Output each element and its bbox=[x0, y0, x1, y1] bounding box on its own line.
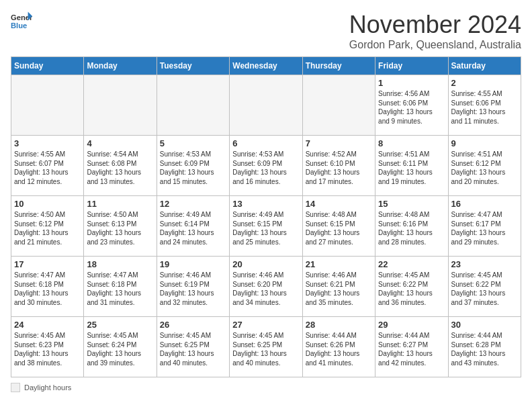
day-number: 10 bbox=[14, 199, 81, 209]
svg-text:Blue: Blue bbox=[11, 21, 27, 30]
month-title: November 2024 bbox=[349, 11, 521, 39]
day-info: Sunrise: 4:48 AM Sunset: 6:16 PM Dayligh… bbox=[378, 210, 445, 246]
day-number: 17 bbox=[14, 259, 81, 269]
day-info: Sunrise: 4:51 AM Sunset: 6:11 PM Dayligh… bbox=[378, 150, 445, 186]
calendar-cell: 21Sunrise: 4:46 AM Sunset: 6:21 PM Dayli… bbox=[302, 257, 375, 317]
day-number: 30 bbox=[451, 320, 518, 330]
calendar-body: 1Sunrise: 4:56 AM Sunset: 6:06 PM Daylig… bbox=[11, 75, 521, 377]
calendar-cell: 30Sunrise: 4:44 AM Sunset: 6:28 PM Dayli… bbox=[448, 317, 521, 377]
page-header: General Blue November 2024 Gordon Park, … bbox=[11, 11, 521, 51]
day-number: 22 bbox=[378, 259, 445, 269]
day-info: Sunrise: 4:55 AM Sunset: 6:06 PM Dayligh… bbox=[451, 89, 518, 126]
calendar-header-cell: Friday bbox=[375, 57, 448, 75]
day-info: Sunrise: 4:49 AM Sunset: 6:14 PM Dayligh… bbox=[160, 210, 226, 246]
calendar-cell: 22Sunrise: 4:45 AM Sunset: 6:22 PM Dayli… bbox=[375, 257, 448, 317]
day-number: 9 bbox=[451, 138, 518, 148]
calendar-cell: 29Sunrise: 4:44 AM Sunset: 6:27 PM Dayli… bbox=[375, 317, 448, 377]
calendar-cell bbox=[302, 75, 375, 136]
day-number: 16 bbox=[451, 199, 518, 209]
day-number: 25 bbox=[87, 320, 153, 330]
day-info: Sunrise: 4:45 AM Sunset: 6:23 PM Dayligh… bbox=[14, 331, 81, 367]
day-number: 7 bbox=[306, 138, 372, 148]
calendar-cell: 16Sunrise: 4:47 AM Sunset: 6:17 PM Dayli… bbox=[448, 196, 521, 257]
day-info: Sunrise: 4:45 AM Sunset: 6:22 PM Dayligh… bbox=[451, 271, 518, 307]
day-number: 5 bbox=[160, 138, 226, 148]
calendar-cell: 7Sunrise: 4:52 AM Sunset: 6:10 PM Daylig… bbox=[302, 136, 375, 196]
day-number: 13 bbox=[232, 199, 299, 209]
day-info: Sunrise: 4:52 AM Sunset: 6:10 PM Dayligh… bbox=[306, 150, 372, 186]
calendar-cell bbox=[230, 75, 302, 136]
day-number: 2 bbox=[451, 78, 518, 88]
calendar-cell: 18Sunrise: 4:47 AM Sunset: 6:18 PM Dayli… bbox=[84, 257, 157, 317]
calendar-cell: 13Sunrise: 4:49 AM Sunset: 6:15 PM Dayli… bbox=[230, 196, 302, 257]
calendar-header-cell: Monday bbox=[84, 57, 157, 75]
calendar-cell: 10Sunrise: 4:50 AM Sunset: 6:12 PM Dayli… bbox=[11, 196, 84, 257]
calendar-cell: 2Sunrise: 4:55 AM Sunset: 6:06 PM Daylig… bbox=[448, 75, 521, 136]
calendar-cell: 3Sunrise: 4:55 AM Sunset: 6:07 PM Daylig… bbox=[11, 136, 84, 196]
day-info: Sunrise: 4:53 AM Sunset: 6:09 PM Dayligh… bbox=[232, 150, 299, 186]
calendar-cell: 5Sunrise: 4:53 AM Sunset: 6:09 PM Daylig… bbox=[157, 136, 229, 196]
day-number: 19 bbox=[160, 259, 226, 269]
calendar-cell: 25Sunrise: 4:45 AM Sunset: 6:24 PM Dayli… bbox=[84, 317, 157, 377]
calendar-week-row: 17Sunrise: 4:47 AM Sunset: 6:18 PM Dayli… bbox=[11, 257, 521, 317]
day-info: Sunrise: 4:56 AM Sunset: 6:06 PM Dayligh… bbox=[378, 89, 445, 126]
day-info: Sunrise: 4:45 AM Sunset: 6:25 PM Dayligh… bbox=[232, 331, 299, 367]
calendar-header-cell: Tuesday bbox=[157, 57, 229, 75]
day-info: Sunrise: 4:44 AM Sunset: 6:27 PM Dayligh… bbox=[378, 331, 445, 367]
calendar-cell: 9Sunrise: 4:51 AM Sunset: 6:12 PM Daylig… bbox=[448, 136, 521, 196]
calendar-cell: 23Sunrise: 4:45 AM Sunset: 6:22 PM Dayli… bbox=[448, 257, 521, 317]
day-info: Sunrise: 4:46 AM Sunset: 6:19 PM Dayligh… bbox=[160, 271, 226, 307]
calendar-header-row: SundayMondayTuesdayWednesdayThursdayFrid… bbox=[11, 57, 521, 75]
day-number: 26 bbox=[160, 320, 226, 330]
calendar-cell: 4Sunrise: 4:54 AM Sunset: 6:08 PM Daylig… bbox=[84, 136, 157, 196]
title-area: November 2024 Gordon Park, Queensland, A… bbox=[349, 11, 521, 51]
day-number: 14 bbox=[306, 199, 372, 209]
day-info: Sunrise: 4:46 AM Sunset: 6:20 PM Dayligh… bbox=[232, 271, 299, 307]
day-number: 15 bbox=[378, 199, 445, 209]
calendar-cell: 19Sunrise: 4:46 AM Sunset: 6:19 PM Dayli… bbox=[157, 257, 229, 317]
day-number: 28 bbox=[306, 320, 372, 330]
calendar-cell: 8Sunrise: 4:51 AM Sunset: 6:11 PM Daylig… bbox=[375, 136, 448, 196]
day-number: 27 bbox=[232, 320, 299, 330]
legend-box bbox=[11, 383, 20, 392]
day-info: Sunrise: 4:44 AM Sunset: 6:26 PM Dayligh… bbox=[306, 331, 372, 367]
logo-icon: General Blue bbox=[11, 11, 32, 32]
calendar-week-row: 10Sunrise: 4:50 AM Sunset: 6:12 PM Dayli… bbox=[11, 196, 521, 257]
calendar-week-row: 24Sunrise: 4:45 AM Sunset: 6:23 PM Dayli… bbox=[11, 317, 521, 377]
day-info: Sunrise: 4:51 AM Sunset: 6:12 PM Dayligh… bbox=[451, 150, 518, 186]
day-number: 8 bbox=[378, 138, 445, 148]
day-info: Sunrise: 4:47 AM Sunset: 6:17 PM Dayligh… bbox=[451, 210, 518, 246]
day-info: Sunrise: 4:53 AM Sunset: 6:09 PM Dayligh… bbox=[160, 150, 226, 186]
calendar-cell bbox=[157, 75, 229, 136]
day-number: 6 bbox=[232, 138, 299, 148]
calendar-header-cell: Saturday bbox=[448, 57, 521, 75]
calendar-header-cell: Sunday bbox=[11, 57, 84, 75]
day-number: 21 bbox=[306, 259, 372, 269]
calendar-cell: 26Sunrise: 4:45 AM Sunset: 6:25 PM Dayli… bbox=[157, 317, 229, 377]
calendar-cell bbox=[11, 75, 84, 136]
calendar-cell: 15Sunrise: 4:48 AM Sunset: 6:16 PM Dayli… bbox=[375, 196, 448, 257]
day-info: Sunrise: 4:54 AM Sunset: 6:08 PM Dayligh… bbox=[87, 150, 153, 186]
calendar-cell: 20Sunrise: 4:46 AM Sunset: 6:20 PM Dayli… bbox=[230, 257, 302, 317]
calendar-cell: 17Sunrise: 4:47 AM Sunset: 6:18 PM Dayli… bbox=[11, 257, 84, 317]
calendar-table: SundayMondayTuesdayWednesdayThursdayFrid… bbox=[11, 56, 521, 377]
calendar-week-row: 3Sunrise: 4:55 AM Sunset: 6:07 PM Daylig… bbox=[11, 136, 521, 196]
calendar-week-row: 1Sunrise: 4:56 AM Sunset: 6:06 PM Daylig… bbox=[11, 75, 521, 136]
calendar-cell: 27Sunrise: 4:45 AM Sunset: 6:25 PM Dayli… bbox=[230, 317, 302, 377]
day-info: Sunrise: 4:50 AM Sunset: 6:13 PM Dayligh… bbox=[87, 210, 153, 246]
calendar-cell: 14Sunrise: 4:48 AM Sunset: 6:15 PM Dayli… bbox=[302, 196, 375, 257]
calendar-cell bbox=[84, 75, 157, 136]
day-info: Sunrise: 4:45 AM Sunset: 6:25 PM Dayligh… bbox=[160, 331, 226, 367]
day-info: Sunrise: 4:46 AM Sunset: 6:21 PM Dayligh… bbox=[306, 271, 372, 307]
day-number: 20 bbox=[232, 259, 299, 269]
day-info: Sunrise: 4:55 AM Sunset: 6:07 PM Dayligh… bbox=[14, 150, 81, 186]
day-number: 1 bbox=[378, 78, 445, 88]
legend-label: Daylight hours bbox=[24, 383, 71, 392]
day-info: Sunrise: 4:45 AM Sunset: 6:22 PM Dayligh… bbox=[378, 271, 445, 307]
day-number: 18 bbox=[87, 259, 153, 269]
day-number: 23 bbox=[451, 259, 518, 269]
calendar-cell: 28Sunrise: 4:44 AM Sunset: 6:26 PM Dayli… bbox=[302, 317, 375, 377]
calendar-cell: 6Sunrise: 4:53 AM Sunset: 6:09 PM Daylig… bbox=[230, 136, 302, 196]
day-info: Sunrise: 4:47 AM Sunset: 6:18 PM Dayligh… bbox=[14, 271, 81, 307]
day-info: Sunrise: 4:48 AM Sunset: 6:15 PM Dayligh… bbox=[306, 210, 372, 246]
